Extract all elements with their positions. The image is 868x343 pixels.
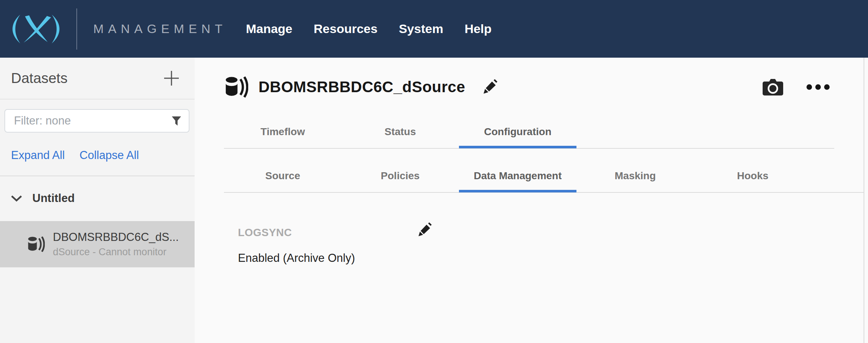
list-item-dsource[interactable]: DBOMSRBBDC6C_dS... dSource - Cannot moni… (0, 221, 195, 267)
expand-all-link[interactable]: Expand All (11, 149, 65, 162)
more-actions-button[interactable] (806, 84, 830, 90)
page-title: DBOMSRBBDC6C_dSource (258, 78, 465, 96)
sidebar-header: Datasets (0, 58, 195, 100)
edit-logsync-button[interactable] (417, 222, 433, 238)
brand-title: MANAGEMENT (93, 22, 227, 36)
delphix-logo-icon (5, 12, 67, 46)
main-menu: Manage Resources System Help (246, 0, 492, 58)
camera-icon (762, 79, 784, 96)
filter-input[interactable] (14, 114, 171, 127)
tab-configuration[interactable]: Configuration (459, 126, 576, 138)
edit-title-button[interactable] (482, 79, 498, 95)
list-item-title: DBOMSRBBDC6C_dS... (53, 231, 179, 244)
subtab-hooks[interactable]: Hooks (694, 170, 811, 182)
list-item-status: dSource - Cannot monitor (53, 246, 179, 258)
active-tab-underline (459, 146, 576, 148)
group-row-untitled[interactable]: Untitled (0, 192, 195, 205)
logsync-label: LOGSYNC (238, 227, 292, 239)
menu-item-system[interactable]: System (399, 0, 443, 58)
sidebar-divider (0, 176, 195, 176)
logsync-value: Enabled (Archive Only) (238, 252, 355, 265)
scrollbar-track[interactable] (864, 58, 864, 343)
menu-item-resources[interactable]: Resources (314, 0, 377, 58)
dsource-icon (225, 76, 248, 98)
tab-status[interactable]: Status (341, 126, 459, 138)
edit-pencil-icon (482, 79, 498, 95)
active-subtab-underline (459, 190, 576, 192)
filter-box (4, 109, 189, 133)
menu-item-help[interactable]: Help (464, 0, 492, 58)
tab-timeflow[interactable]: Timeflow (224, 126, 341, 138)
add-dataset-button[interactable] (163, 70, 180, 87)
logsync-field: LOGSYNC (238, 227, 292, 239)
navbar-divider (76, 8, 77, 50)
configuration-subtabs: Source Policies Data Management Masking … (224, 170, 811, 182)
title-actions (762, 79, 830, 96)
edit-pencil-icon (417, 222, 433, 238)
chevron-down-icon (11, 195, 22, 202)
collapse-all-link[interactable]: Collapse All (80, 149, 139, 162)
tree-links: Expand All Collapse All (11, 149, 195, 162)
sidebar-title: Datasets (11, 70, 68, 86)
subtab-policies[interactable]: Policies (341, 170, 459, 182)
primary-tabs: Timeflow Status Configuration (224, 126, 576, 138)
menu-item-manage[interactable]: Manage (246, 0, 293, 58)
top-navbar: MANAGEMENT Manage Resources System Help (0, 0, 868, 58)
datasets-sidebar: Datasets Expand All Collapse All Untitle… (0, 58, 195, 343)
ellipsis-menu-icon (806, 84, 830, 90)
subtab-source[interactable]: Source (224, 170, 341, 182)
filter-funnel-icon[interactable] (171, 116, 181, 126)
subtab-masking[interactable]: Masking (576, 170, 694, 182)
group-label: Untitled (32, 192, 75, 205)
title-row: DBOMSRBBDC6C_dSource (225, 72, 830, 102)
subtab-data-management[interactable]: Data Management (459, 170, 576, 182)
list-item-text: DBOMSRBBDC6C_dS... dSource - Cannot moni… (53, 231, 179, 258)
dsource-icon (28, 237, 45, 252)
main-panel: DBOMSRBBDC6C_dSource (195, 58, 868, 343)
snapshot-button[interactable] (762, 79, 784, 96)
